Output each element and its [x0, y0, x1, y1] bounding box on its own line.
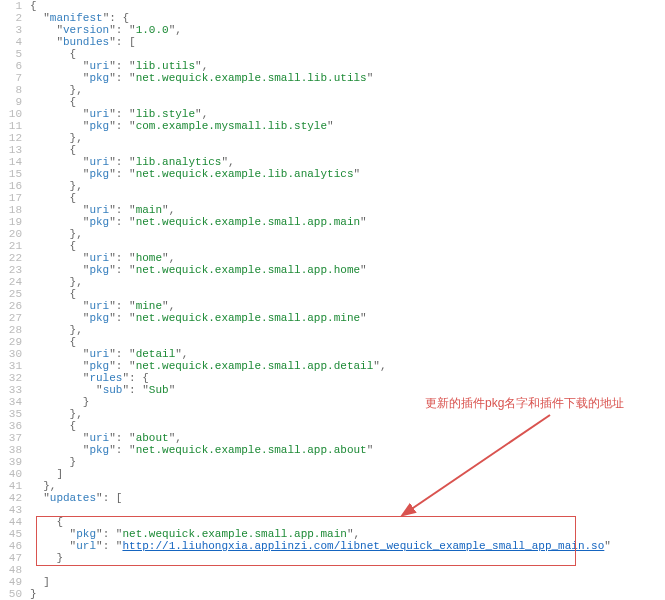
code-line: "version": "1.0.0",	[30, 24, 611, 36]
line-number: 3	[0, 24, 22, 36]
line-number: 41	[0, 480, 22, 492]
code-line: "pkg": "net.wequick.example.small.lib.ut…	[30, 72, 611, 84]
code-line: "uri": "home",	[30, 252, 611, 264]
code-line: }	[30, 588, 611, 600]
line-number: 40	[0, 468, 22, 480]
line-number: 1	[0, 0, 22, 12]
code-line: {	[30, 48, 611, 60]
code-line: {	[30, 192, 611, 204]
code-line: "pkg": "net.wequick.example.small.app.ma…	[30, 216, 611, 228]
svg-line-0	[410, 415, 550, 510]
line-number: 6	[0, 60, 22, 72]
code-line: },	[30, 84, 611, 96]
code-line: "pkg": "net.wequick.example.small.app.mi…	[30, 312, 611, 324]
line-number: 25	[0, 288, 22, 300]
line-number: 35	[0, 408, 22, 420]
line-number: 7	[0, 72, 22, 84]
line-number: 13	[0, 144, 22, 156]
code-line: "uri": "lib.analytics",	[30, 156, 611, 168]
line-number: 34	[0, 396, 22, 408]
line-number: 14	[0, 156, 22, 168]
code-line: ]	[30, 576, 611, 588]
line-number: 19	[0, 216, 22, 228]
code-line: "rules": {	[30, 372, 611, 384]
line-number: 5	[0, 48, 22, 60]
code-line: {	[30, 144, 611, 156]
line-number: 48	[0, 564, 22, 576]
code-line: "pkg": "net.wequick.example.small.app.ho…	[30, 264, 611, 276]
line-number: 4	[0, 36, 22, 48]
code-line: },	[30, 228, 611, 240]
line-number: 33	[0, 384, 22, 396]
line-number: 45	[0, 528, 22, 540]
line-number: 29	[0, 336, 22, 348]
code-line: "pkg": "net.wequick.example.lib.analytic…	[30, 168, 611, 180]
line-number: 22	[0, 252, 22, 264]
code-line: {	[30, 240, 611, 252]
line-number: 32	[0, 372, 22, 384]
line-number: 8	[0, 84, 22, 96]
line-number: 24	[0, 276, 22, 288]
code-line: },	[30, 132, 611, 144]
line-number: 36	[0, 420, 22, 432]
code-line: },	[30, 276, 611, 288]
line-number: 26	[0, 300, 22, 312]
annotation-arrow-icon	[400, 410, 560, 520]
line-number: 17	[0, 192, 22, 204]
code-line: {	[30, 336, 611, 348]
screenshot-root: 1234567891011121314151617181920212223242…	[0, 0, 665, 600]
line-number: 2	[0, 12, 22, 24]
line-number: 18	[0, 204, 22, 216]
line-number: 43	[0, 504, 22, 516]
code-line: "uri": "lib.style",	[30, 108, 611, 120]
code-line: "uri": "mine",	[30, 300, 611, 312]
line-number: 44	[0, 516, 22, 528]
code-line: "uri": "detail",	[30, 348, 611, 360]
line-number: 12	[0, 132, 22, 144]
code-line: {	[30, 288, 611, 300]
line-number: 15	[0, 168, 22, 180]
code-line: {	[30, 96, 611, 108]
line-number: 31	[0, 360, 22, 372]
line-number: 10	[0, 108, 22, 120]
code-line: },	[30, 180, 611, 192]
line-number: 38	[0, 444, 22, 456]
code-line: },	[30, 324, 611, 336]
line-number: 21	[0, 240, 22, 252]
code-line: {	[30, 0, 611, 12]
line-number: 49	[0, 576, 22, 588]
line-number: 42	[0, 492, 22, 504]
line-number: 9	[0, 96, 22, 108]
line-number: 28	[0, 324, 22, 336]
line-number: 39	[0, 456, 22, 468]
line-number: 11	[0, 120, 22, 132]
line-number: 23	[0, 264, 22, 276]
line-number: 50	[0, 588, 22, 600]
line-number: 37	[0, 432, 22, 444]
line-number: 27	[0, 312, 22, 324]
line-number: 47	[0, 552, 22, 564]
code-line: "pkg": "net.wequick.example.small.app.de…	[30, 360, 611, 372]
code-line: "pkg": "com.example.mysmall.lib.style"	[30, 120, 611, 132]
line-number-gutter: 1234567891011121314151617181920212223242…	[0, 0, 26, 600]
code-line: "uri": "main",	[30, 204, 611, 216]
line-number: 30	[0, 348, 22, 360]
line-number: 20	[0, 228, 22, 240]
code-line: "bundles": [	[30, 36, 611, 48]
code-line: "uri": "lib.utils",	[30, 60, 611, 72]
code-line: "manifest": {	[30, 12, 611, 24]
line-number: 46	[0, 540, 22, 552]
updates-highlight-box	[36, 516, 576, 566]
line-number: 16	[0, 180, 22, 192]
